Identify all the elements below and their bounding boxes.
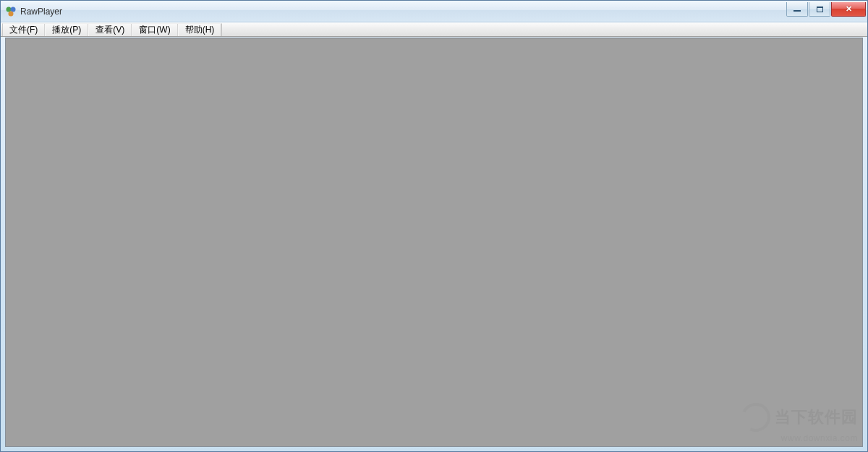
menu-window-label: 窗口(W) (139, 24, 170, 36)
menu-file[interactable]: 文件(F) (3, 24, 45, 36)
minimize-icon (793, 10, 801, 12)
menu-play-label: 播放(P) (52, 24, 81, 36)
menu-help-label: 帮助(H) (185, 24, 215, 36)
menu-help[interactable]: 帮助(H) (178, 24, 222, 36)
app-icon (5, 6, 17, 17)
maximize-button[interactable] (809, 2, 830, 17)
menu-window[interactable]: 窗口(W) (132, 24, 177, 36)
svg-point-1 (11, 7, 16, 12)
menubar: 文件(F) 播放(P) 查看(V) 窗口(W) 帮助(H) (1, 22, 867, 37)
menu-file-label: 文件(F) (9, 24, 38, 36)
titlebar[interactable]: RawPlayer ✕ (1, 1, 867, 22)
maximize-icon (817, 7, 823, 12)
application-window: RawPlayer ✕ 文件(F) 播放(P) 查看(V) (0, 0, 868, 452)
menu-play[interactable]: 播放(P) (45, 24, 88, 36)
window-controls: ✕ (786, 2, 866, 17)
content-area (5, 38, 863, 447)
close-icon: ✕ (846, 4, 852, 14)
close-button[interactable]: ✕ (831, 2, 866, 17)
menu-view-label: 查看(V) (95, 24, 124, 36)
svg-point-0 (7, 7, 12, 12)
menu-view[interactable]: 查看(V) (88, 24, 132, 36)
minimize-button[interactable] (786, 2, 808, 17)
window-title: RawPlayer (20, 7, 786, 17)
menubar-inner: 文件(F) 播放(P) 查看(V) 窗口(W) 帮助(H) (2, 23, 222, 36)
svg-point-2 (9, 11, 14, 16)
